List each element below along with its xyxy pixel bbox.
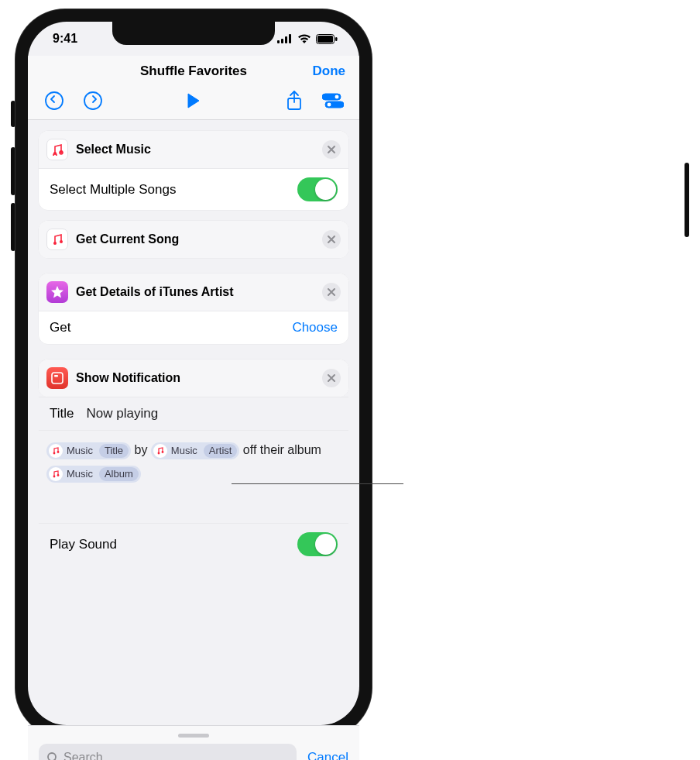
svg-rect-0 (277, 40, 280, 43)
undo-button[interactable] (43, 90, 65, 112)
svg-point-24 (53, 475, 56, 477)
power-button (685, 163, 689, 237)
action-connector (193, 342, 194, 353)
search-icon (46, 751, 59, 760)
svg-point-13 (327, 102, 331, 107)
status-time: 9:41 (53, 32, 77, 46)
music-note-icon (49, 467, 63, 481)
token-detail: Title (99, 444, 129, 458)
search-placeholder: Search (63, 751, 103, 760)
svg-rect-18 (52, 373, 63, 383)
svg-rect-5 (317, 36, 333, 43)
svg-point-21 (57, 451, 60, 453)
token-main: Music (170, 439, 202, 463)
notch (112, 22, 275, 45)
select-multiple-toggle[interactable] (297, 177, 338, 201)
action-title: Get Details of iTunes Artist (76, 285, 322, 299)
redo-button[interactable] (82, 90, 104, 112)
title-field-label: Title (50, 406, 74, 421)
settings-button[interactable] (322, 90, 344, 112)
row-label: Select Multiple Songs (50, 182, 176, 198)
wifi-icon (297, 34, 311, 43)
action-title: Select Music (76, 143, 322, 156)
remove-action-button[interactable] (322, 140, 341, 159)
svg-point-22 (157, 452, 160, 454)
token-detail: Album (99, 467, 139, 481)
token-detail: Artist (204, 444, 238, 458)
action-get-current-song: Get Current Song (39, 221, 348, 258)
callout-line (232, 483, 403, 484)
svg-rect-3 (289, 34, 291, 43)
token-main: Music (65, 463, 98, 486)
variable-token-music-album[interactable]: Music Album (46, 466, 141, 483)
itunes-star-icon (46, 281, 68, 303)
page-title: Shuffle Favorites (140, 64, 247, 79)
remove-action-button[interactable] (322, 369, 341, 387)
svg-point-11 (335, 95, 339, 99)
remove-action-button[interactable] (322, 230, 341, 249)
title-field-value[interactable]: Now playing (87, 406, 159, 421)
svg-rect-1 (281, 39, 283, 43)
action-select-music: Select Music Select Multiple Songs (39, 131, 348, 210)
svg-point-7 (46, 92, 63, 109)
done-button[interactable]: Done (313, 64, 346, 79)
music-note-icon (153, 444, 167, 458)
svg-point-23 (161, 451, 163, 453)
search-input[interactable]: Search (39, 744, 297, 760)
drawer-handle[interactable] (178, 734, 209, 738)
action-connector (193, 256, 194, 267)
phone-frame: 9:41 Shuffle Favorites Done (15, 9, 372, 738)
svg-point-8 (84, 92, 101, 109)
variable-token-music-artist[interactable]: Music Artist (151, 442, 240, 459)
action-show-notification: Show Notification (39, 359, 348, 397)
play-sound-toggle[interactable] (297, 532, 338, 556)
music-note-icon (49, 444, 63, 458)
token-main: Music (65, 439, 98, 463)
variable-token-music-title[interactable]: Music Title (46, 442, 131, 459)
svg-rect-6 (335, 37, 338, 41)
music-app-icon (46, 139, 68, 160)
svg-point-26 (48, 753, 56, 760)
svg-rect-2 (285, 36, 287, 43)
notification-body-input[interactable]: Music Title by Music Artist off their al… (39, 430, 348, 523)
play-sound-label: Play Sound (50, 537, 117, 552)
svg-point-25 (57, 474, 60, 476)
nav-bar: Shuffle Favorites Done (28, 56, 359, 120)
phone-screen: 9:41 Shuffle Favorites Done (28, 22, 359, 725)
row-label: Get (50, 320, 70, 335)
svg-point-14 (53, 152, 57, 155)
remove-action-button[interactable] (322, 283, 341, 301)
play-button[interactable] (183, 90, 204, 112)
share-button[interactable] (283, 90, 305, 112)
notification-icon (46, 367, 68, 389)
svg-rect-19 (54, 375, 58, 377)
workflow-content[interactable]: Select Music Select Multiple Songs Get C… (28, 120, 359, 725)
body-text: by (131, 443, 151, 456)
battery-icon (316, 34, 338, 44)
choose-button[interactable]: Choose (292, 320, 338, 335)
music-app-icon (46, 229, 68, 250)
svg-point-16 (53, 242, 57, 245)
svg-point-15 (60, 150, 63, 153)
action-title: Get Current Song (76, 232, 322, 246)
action-title: Show Notification (76, 371, 322, 385)
cellular-icon (277, 34, 293, 43)
bottom-bar: Search Cancel (28, 725, 359, 760)
svg-point-17 (60, 240, 63, 243)
cancel-button[interactable]: Cancel (307, 750, 348, 760)
body-text: off their album (239, 443, 321, 456)
svg-point-20 (53, 452, 56, 454)
action-get-details: Get Details of iTunes Artist Get Choose (39, 273, 348, 344)
